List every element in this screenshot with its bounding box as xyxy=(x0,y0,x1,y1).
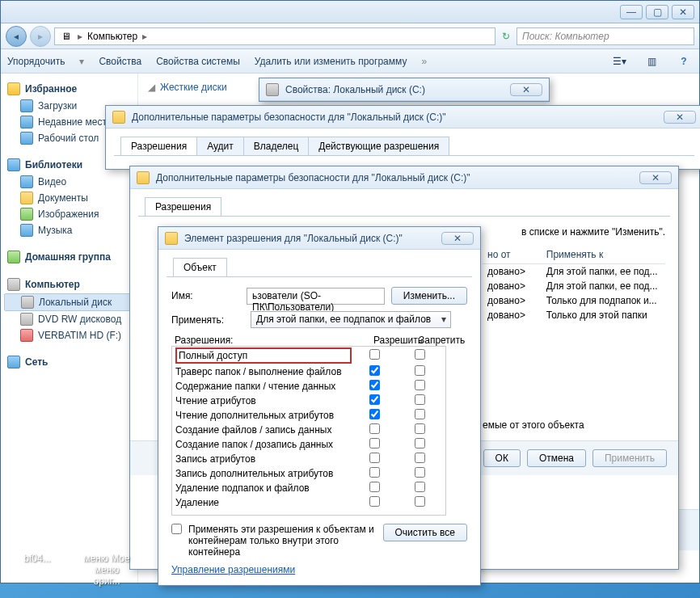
apply-button[interactable]: Применить xyxy=(592,449,667,467)
permission-name: Полный доступ xyxy=(175,347,352,364)
permission-name: Чтение атрибутов xyxy=(175,395,352,406)
allow-header: Разрешить xyxy=(373,335,419,346)
nav-pictures[interactable]: Изображения xyxy=(4,206,134,222)
dialog-title: Дополнительные параметры безопасности дл… xyxy=(156,172,633,183)
nav-music[interactable]: Музыка xyxy=(4,222,134,238)
permission-row: Полный доступ xyxy=(172,347,445,364)
nav-favorites[interactable]: Избранное xyxy=(4,80,134,98)
preview-pane-icon[interactable]: ▥ xyxy=(643,54,660,69)
dialog-title: Дополнительные параметры безопасности дл… xyxy=(132,112,657,123)
permission-row: Содержание папки / чтение данных xyxy=(172,379,445,394)
tab-owner[interactable]: Владелец xyxy=(243,137,310,155)
permission-row: Чтение дополнительных атрибутов xyxy=(172,408,445,423)
permission-name: Запись дополнительных атрибутов xyxy=(175,468,352,479)
back-button[interactable]: ◂ xyxy=(6,26,27,47)
name-field[interactable]: ьзователи (SO-ПК\Пользователи) xyxy=(247,288,385,305)
allow-checkbox[interactable] xyxy=(369,365,380,376)
clear-all-button[interactable]: Очистить все xyxy=(383,524,467,541)
tab-permissions[interactable]: Разрешения xyxy=(145,197,221,216)
window-titlebar: — ▢ ✕ xyxy=(1,1,699,23)
breadcrumb-sep: ▸ xyxy=(78,31,82,42)
close-button[interactable]: ✕ xyxy=(510,83,542,96)
nav-computer[interactable]: Компьютер xyxy=(4,276,134,293)
allow-checkbox[interactable] xyxy=(369,409,380,419)
apply-children-label: Применять эти разрешения к объектам и ко… xyxy=(188,524,377,558)
deny-checkbox[interactable] xyxy=(415,394,425,405)
deny-header: Запретить xyxy=(419,335,464,346)
permission-row: Траверс папок / выполнение файлов xyxy=(172,364,445,379)
nav-dvd[interactable]: DVD RW дисковод xyxy=(4,311,134,327)
dialog-title: Свойства: Локальный диск (C:) xyxy=(285,84,504,95)
close-button[interactable]: ✕ xyxy=(672,5,694,19)
permission-name: Траверс папок / выполнение файлов xyxy=(175,366,352,377)
deny-checkbox[interactable] xyxy=(415,438,425,448)
list-row[interactable]: довано>Только для подпапок и... xyxy=(483,293,665,308)
system-properties-button[interactable]: Свойства системы xyxy=(156,56,240,67)
drive-icon xyxy=(266,83,279,96)
list-row[interactable]: довано>Для этой папки, ее под... xyxy=(483,279,665,293)
nav-video[interactable]: Видео xyxy=(4,174,134,190)
properties-button[interactable]: Свойства xyxy=(99,56,141,67)
search-input[interactable]: Поиск: Компьютер xyxy=(517,27,694,45)
nav-verbatim[interactable]: VERBATIM HD (F:) xyxy=(4,327,134,343)
tab-object[interactable]: Объект xyxy=(173,258,227,276)
tab-permissions[interactable]: Разрешения xyxy=(120,137,197,155)
nav-network[interactable]: Сеть xyxy=(4,353,134,371)
tab-audit[interactable]: Аудит xyxy=(196,137,244,155)
address-bar: ◂ ▸ 🖥 ▸ Компьютер ▸ ↻ Поиск: Компьютер xyxy=(1,23,699,49)
list-row[interactable]: довано>Только для этой папки xyxy=(483,308,665,322)
close-button[interactable]: ✕ xyxy=(639,171,672,184)
deny-checkbox[interactable] xyxy=(415,349,425,360)
deny-checkbox[interactable] xyxy=(415,380,425,390)
breadcrumb-item[interactable]: Компьютер xyxy=(87,31,137,42)
apply-children-checkbox[interactable] xyxy=(171,524,182,534)
allow-checkbox[interactable] xyxy=(369,394,380,405)
view-icon[interactable]: ☰▾ xyxy=(610,54,628,69)
deny-checkbox[interactable] xyxy=(415,365,425,376)
forward-button[interactable]: ▸ xyxy=(30,26,51,47)
minimize-button[interactable]: — xyxy=(620,5,643,19)
desktop-icon[interactable]: меню Мое меню ориг... xyxy=(81,517,133,587)
allow-checkbox[interactable] xyxy=(369,482,380,492)
permission-name: Чтение дополнительных атрибутов xyxy=(175,410,352,421)
organize-menu[interactable]: Упорядочить xyxy=(7,56,65,67)
tab-effective[interactable]: Действующие разрешения xyxy=(308,137,449,155)
allow-checkbox[interactable] xyxy=(369,467,380,478)
nav-documents[interactable]: Документы xyxy=(4,190,134,206)
folder-icon xyxy=(112,111,125,124)
allow-checkbox[interactable] xyxy=(369,496,380,507)
allow-checkbox[interactable] xyxy=(369,349,380,360)
deny-checkbox[interactable] xyxy=(415,409,425,419)
change-button[interactable]: Изменить... xyxy=(391,287,467,305)
nav-local-disk[interactable]: Локальный диск xyxy=(4,293,134,311)
close-button[interactable]: ✕ xyxy=(441,232,474,245)
properties-dialog: Свойства: Локальный диск (C:) ✕ xyxy=(259,78,550,102)
list-row[interactable]: довано>Для этой папки, ее под... xyxy=(483,264,665,279)
permissions-label: Разрешения: xyxy=(175,335,373,346)
close-button[interactable]: ✕ xyxy=(664,111,696,124)
deny-checkbox[interactable] xyxy=(415,482,425,492)
allow-checkbox[interactable] xyxy=(369,423,380,434)
apply-to-combo[interactable]: Для этой папки, ее подпапок и файлов xyxy=(251,311,451,328)
deny-checkbox[interactable] xyxy=(415,467,425,478)
help-icon[interactable]: ? xyxy=(675,54,693,69)
cancel-button[interactable]: Отмена xyxy=(527,449,586,467)
desktop-icons: bf04... меню Мое меню ориг... xyxy=(11,517,133,587)
permission-name: Содержание папки / чтение данных xyxy=(175,381,352,392)
breadcrumb[interactable]: 🖥 ▸ Компьютер ▸ xyxy=(54,27,495,45)
ok-button[interactable]: ОК xyxy=(483,449,521,467)
nav-homegroup[interactable]: Домашняя группа xyxy=(4,248,134,266)
name-label: Имя: xyxy=(171,290,240,301)
deny-checkbox[interactable] xyxy=(415,496,425,507)
allow-checkbox[interactable] xyxy=(369,380,380,390)
maximize-button[interactable]: ▢ xyxy=(646,5,668,19)
include-label: емые от этого объекта xyxy=(483,419,665,431)
manage-permissions-link[interactable]: Управление разрешениями xyxy=(171,564,295,575)
deny-checkbox[interactable] xyxy=(415,453,425,463)
allow-checkbox[interactable] xyxy=(369,453,380,463)
desktop-icon[interactable]: bf04... xyxy=(11,517,63,587)
computer-icon: 🖥 xyxy=(60,30,73,43)
uninstall-button[interactable]: Удалить или изменить программу xyxy=(255,56,407,67)
deny-checkbox[interactable] xyxy=(415,423,425,434)
allow-checkbox[interactable] xyxy=(369,438,380,448)
